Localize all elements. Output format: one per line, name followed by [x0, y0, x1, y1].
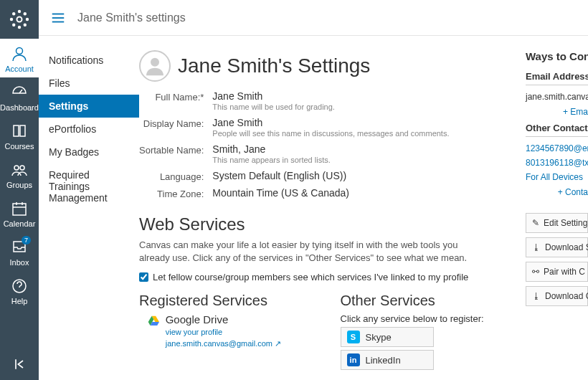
language-value: System Default (English (US)): [212, 170, 449, 181]
global-nav: Account Dashboard Courses Groups Calenda…: [0, 0, 39, 380]
hamburger-menu[interactable]: [50, 10, 66, 26]
nav-label: Help: [11, 297, 28, 305]
web-services-heading: Web Services: [139, 214, 513, 234]
main-area: Jane Smith's settings Notifications File…: [39, 0, 588, 380]
courses-icon: [10, 122, 29, 141]
inbox-badge: 7: [22, 236, 31, 244]
secnav-files[interactable]: Files: [39, 72, 139, 95]
nav-calendar[interactable]: Calendar: [0, 194, 39, 232]
account-icon: [10, 44, 29, 63]
email-value: jane.smith.canvas: [526, 90, 588, 104]
topbar: Jane Smith's settings: [39, 0, 588, 36]
display-name-label: Display Name:: [139, 115, 212, 142]
pair-button[interactable]: ⚯Pair with C: [526, 262, 588, 282]
avatar[interactable]: [139, 50, 171, 82]
registered-service-name: Google Drive: [166, 313, 312, 326]
groups-icon: [10, 161, 29, 179]
page-title: Jane Smith's Settings: [178, 54, 370, 77]
svg-rect-13: [13, 204, 26, 215]
settings-body: Jane Smith's Settings Full Name:* Jane S…: [139, 36, 520, 380]
svg-point-5: [24, 12, 27, 15]
svg-point-7: [24, 24, 27, 27]
full-name-value: Jane Smith: [212, 90, 449, 102]
display-name-hint: People will see this name in discussions…: [212, 129, 449, 138]
sortable-name-hint: This name appears in sorted lists.: [212, 156, 449, 164]
web-services-description: Canvas can make your life a lot easier b…: [139, 239, 476, 265]
avatar-placeholder-icon: [143, 54, 166, 77]
svg-point-4: [12, 12, 15, 15]
svg-point-6: [12, 24, 15, 27]
secnav-settings[interactable]: Settings: [39, 95, 139, 118]
for-all-devices-link[interactable]: For All Devices: [526, 170, 588, 184]
svg-point-9: [16, 48, 23, 54]
nav-label: Inbox: [10, 258, 29, 267]
secnav-my-badges[interactable]: My Badges: [39, 141, 139, 163]
hamburger-icon: [50, 10, 66, 26]
svg-point-11: [14, 166, 19, 170]
other-contacts-heading: Other Contacts: [526, 123, 588, 137]
registered-service-item: Google Drive view your profile jane.smit…: [148, 313, 312, 348]
contact-heading: Ways to Contac: [526, 50, 588, 62]
other-service-label: LinkedIn: [366, 355, 401, 366]
svg-point-1: [18, 26, 21, 29]
nav-inbox[interactable]: 7 Inbox: [0, 232, 39, 271]
breadcrumb: Jane Smith's settings: [77, 11, 186, 24]
timezone-value: Mountain Time (US & Canada): [212, 187, 449, 199]
download-button-2[interactable]: ⭳Download C: [526, 286, 588, 306]
svg-point-0: [18, 10, 21, 13]
registered-services-heading: Registered Services: [139, 293, 312, 309]
collapse-icon: [12, 357, 27, 371]
full-name-label: Full Name:*: [139, 89, 212, 115]
nav-courses[interactable]: Courses: [0, 116, 39, 155]
pencil-icon: ✎: [532, 218, 539, 228]
download-icon: ⭳: [532, 242, 541, 252]
svg-point-25: [151, 58, 159, 67]
secnav-eportfolios[interactable]: ePortfolios: [39, 118, 139, 141]
google-drive-icon: [148, 313, 160, 328]
nav-label: Account: [5, 65, 34, 73]
visibility-checkbox-label: Let fellow course/group members see whic…: [153, 272, 468, 282]
contact-link[interactable]: 8013196118@tx: [526, 156, 588, 170]
visibility-checkbox-row[interactable]: Let fellow course/group members see whic…: [139, 272, 513, 282]
nav-dashboard[interactable]: Dashboard: [0, 77, 39, 116]
full-name-hint: This name will be used for grading.: [212, 103, 449, 111]
svg-point-8: [17, 17, 22, 22]
add-contact-link[interactable]: + Conta: [526, 184, 588, 200]
sortable-name-value: Smith, Jane: [212, 143, 449, 155]
other-services-heading: Other Services: [341, 293, 513, 309]
download-button[interactable]: ⭳Download S: [526, 237, 588, 257]
nav-help[interactable]: Help: [0, 271, 39, 310]
help-icon: [10, 277, 29, 295]
calendar-icon: [10, 199, 29, 218]
nav-label: Courses: [5, 142, 34, 151]
language-label: Language:: [139, 168, 212, 186]
svg-point-2: [10, 18, 13, 21]
other-service-skype[interactable]: S Skype: [341, 327, 434, 347]
inbox-icon: 7: [10, 238, 29, 257]
dashboard-icon: [10, 83, 29, 102]
other-services-hint: Click any service below to register:: [341, 313, 513, 324]
other-service-linkedin[interactable]: in LinkedIn: [341, 350, 434, 370]
nav-groups[interactable]: Groups: [0, 155, 39, 194]
svg-point-3: [26, 18, 29, 21]
secnav-required-trainings[interactable]: Required Trainings Management: [39, 163, 139, 209]
nav-collapse[interactable]: [0, 348, 39, 380]
pair-icon: ⚯: [532, 267, 539, 277]
nav-label: Dashboard: [0, 103, 39, 112]
contact-link[interactable]: 1234567890@em: [526, 141, 588, 156]
profile-fields: Full Name:* Jane Smith This name will be…: [139, 89, 449, 203]
other-service-label: Skype: [366, 332, 392, 343]
right-panel: Ways to Contac Email Addresse jane.smith…: [520, 36, 588, 380]
linkedin-icon: in: [347, 353, 360, 366]
visibility-checkbox[interactable]: [139, 272, 148, 282]
nav-account[interactable]: Account: [0, 39, 39, 77]
registered-service-link[interactable]: view your profile jane.smith.canvas@gmai…: [166, 328, 281, 348]
svg-point-12: [20, 166, 24, 170]
sortable-name-label: Sortable Name:: [139, 142, 212, 168]
secnav-notifications[interactable]: Notifications: [39, 49, 139, 72]
add-email-link[interactable]: + Ema: [526, 104, 588, 120]
display-name-value: Jane Smith: [212, 117, 449, 128]
edit-settings-button[interactable]: ✎Edit Setting: [526, 213, 588, 233]
timezone-label: Time Zone:: [139, 186, 212, 203]
download-icon: ⭳: [532, 291, 541, 301]
